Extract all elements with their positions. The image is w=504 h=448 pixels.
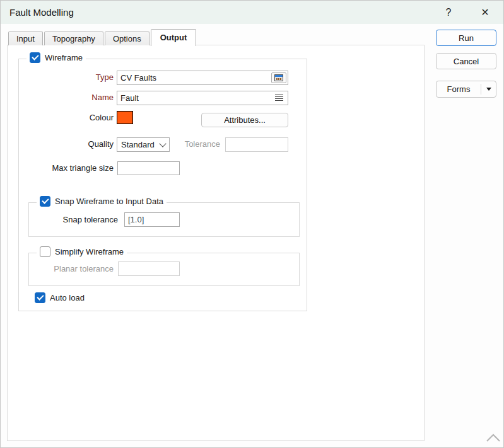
simplify-checkbox[interactable] bbox=[40, 246, 50, 257]
tab-input[interactable]: Input bbox=[8, 32, 43, 45]
output-tab-page: Wireframe Type CV Faults Name Fault Colo… bbox=[7, 45, 425, 441]
type-label: Type bbox=[45, 72, 114, 82]
forms-dropdown-button[interactable] bbox=[481, 81, 496, 97]
cancel-button[interactable]: Cancel bbox=[436, 53, 496, 69]
forms-split-button[interactable]: Forms bbox=[436, 81, 496, 98]
type-value: CV Faults bbox=[117, 73, 271, 83]
snap-legend: Snap Wireframe to Input Data bbox=[37, 196, 167, 207]
auto-load-row: Auto load bbox=[35, 292, 85, 303]
wireframe-legend: Wireframe bbox=[26, 52, 86, 63]
wireframe-checkbox[interactable] bbox=[30, 52, 40, 63]
window-title: Fault Modelling bbox=[9, 1, 74, 24]
max-triangle-size-input[interactable] bbox=[117, 161, 180, 175]
auto-load-checkbox[interactable] bbox=[35, 292, 45, 303]
name-list-icon[interactable] bbox=[275, 95, 283, 101]
forms-button[interactable]: Forms bbox=[437, 81, 481, 97]
browse-window-icon bbox=[274, 74, 283, 81]
tab-options[interactable]: Options bbox=[105, 32, 149, 45]
type-field[interactable]: CV Faults bbox=[117, 71, 288, 85]
planar-tolerance-input bbox=[118, 261, 180, 276]
attributes-button[interactable]: Attributes... bbox=[201, 113, 288, 127]
tab-strip: InputTopographyOptionsOutput bbox=[8, 29, 197, 45]
run-button[interactable]: Run bbox=[436, 30, 496, 46]
max-triangle-size-label: Max triangle size bbox=[33, 163, 114, 173]
name-field[interactable]: Fault bbox=[117, 91, 288, 105]
quality-value: Standard bbox=[121, 140, 156, 149]
title-bar: Fault Modelling ? ✕ bbox=[1, 1, 503, 24]
colour-swatch[interactable] bbox=[117, 111, 133, 124]
snap-tolerance-label: Snap tolerance bbox=[33, 215, 118, 224]
tolerance-input bbox=[225, 137, 288, 152]
name-value: Fault bbox=[117, 93, 275, 103]
tolerance-label: Tolerance bbox=[153, 139, 220, 149]
dialog-window: Fault Modelling ? ✕ InputTopographyOptio… bbox=[0, 0, 504, 448]
quality-label: Quality bbox=[45, 139, 114, 149]
close-icon[interactable]: ✕ bbox=[475, 3, 495, 21]
snap-tolerance-input[interactable] bbox=[124, 212, 180, 227]
resize-grip-icon[interactable] bbox=[485, 433, 501, 445]
name-label: Name bbox=[45, 93, 114, 102]
tab-topography[interactable]: Topography bbox=[44, 32, 103, 45]
snap-checkbox[interactable] bbox=[40, 196, 50, 207]
planar-tolerance-label: Planar tolerance bbox=[33, 264, 114, 273]
help-icon[interactable]: ? bbox=[438, 3, 459, 21]
dropdown-arrow-icon bbox=[486, 88, 491, 91]
auto-load-label: Auto load bbox=[50, 293, 85, 302]
simplify-label: Simplify Wireframe bbox=[55, 247, 124, 256]
simplify-legend: Simplify Wireframe bbox=[37, 246, 127, 257]
colour-label: Colour bbox=[45, 113, 114, 122]
tab-output[interactable]: Output bbox=[151, 29, 197, 46]
snap-label: Snap Wireframe to Input Data bbox=[55, 197, 163, 206]
type-browse-button[interactable] bbox=[271, 72, 286, 83]
wireframe-label: Wireframe bbox=[45, 53, 83, 62]
